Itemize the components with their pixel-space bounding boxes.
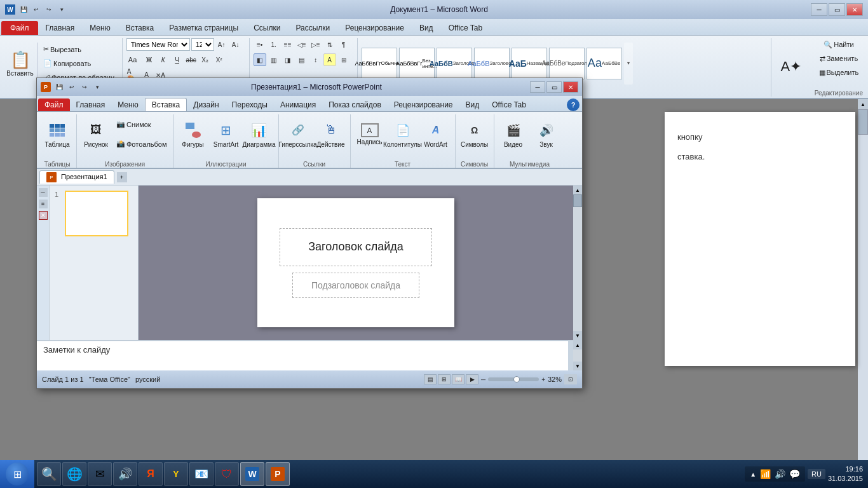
- restore-button[interactable]: ▭: [829, 3, 845, 16]
- word-vertical-scrollbar[interactable]: ▲ ▼: [858, 99, 868, 473]
- style-h2[interactable]: АаБбВЗаголово...: [474, 48, 510, 79]
- align-center-btn[interactable]: ▥: [268, 53, 280, 66]
- notes-scroll-up[interactable]: ▲: [573, 341, 582, 349]
- increase-font-btn[interactable]: A↑: [215, 38, 228, 51]
- word-tab-view[interactable]: Вид: [412, 21, 441, 35]
- cut-button[interactable]: ✂Вырезать: [41, 43, 117, 56]
- styles-scroll-btn[interactable]: ▾: [624, 43, 633, 85]
- close-button[interactable]: ✕: [846, 3, 863, 16]
- ppt-help-btn[interactable]: ?: [567, 98, 580, 111]
- ppt-table-btn[interactable]: Таблица: [42, 114, 72, 154]
- ppt-redo-btn[interactable]: ↪: [79, 81, 90, 93]
- ppt-zoom-plus-btn[interactable]: +: [541, 376, 545, 383]
- slide-thumbnail-1[interactable]: [65, 191, 128, 236]
- ppt-main-scrollbar[interactable]: ▲ ▼: [573, 186, 582, 340]
- scroll-up-btn[interactable]: ▲: [858, 99, 868, 109]
- ppt-tab-animation[interactable]: Анимация: [274, 98, 322, 111]
- ppt-zoom-slider[interactable]: [488, 377, 539, 381]
- ppt-notes-text[interactable]: Заметки к слайду: [37, 341, 568, 372]
- subscript-btn[interactable]: X₂: [199, 53, 212, 66]
- save-quick-btn[interactable]: 💾: [18, 4, 29, 15]
- chart-btn[interactable]: 📊 Диаграмма: [244, 114, 275, 154]
- select-btn[interactable]: ▦ Выделить: [817, 66, 862, 79]
- tray-notification-icon[interactable]: 💬: [789, 469, 800, 479]
- ppt-undo-btn[interactable]: ↩: [66, 81, 78, 93]
- style-normal[interactable]: АаБбВвГгОбычный: [362, 48, 397, 79]
- minimize-panel-btn[interactable]: ─: [39, 188, 48, 197]
- style-subtitle[interactable]: АаБбВеПодзагол...: [549, 48, 585, 79]
- word-tab-insert[interactable]: Вставка: [118, 21, 162, 35]
- notes-scroll-down[interactable]: ▼: [573, 362, 582, 370]
- justify-btn[interactable]: ▤: [295, 53, 308, 66]
- bold-btn[interactable]: Ж: [143, 53, 156, 66]
- ppt-tab-item-1[interactable]: P Презентация1: [39, 170, 114, 184]
- align-right-btn[interactable]: ◨: [281, 53, 294, 66]
- ppt-close-btn[interactable]: ✕: [563, 81, 578, 93]
- textbox-btn[interactable]: A Надпись: [355, 114, 385, 154]
- decrease-indent-btn[interactable]: ◁≡: [295, 38, 308, 51]
- screenshot-btn[interactable]: 📷 Снимок: [114, 118, 170, 131]
- find-btn[interactable]: 🔍 Найти: [821, 38, 856, 51]
- tray-sound-icon[interactable]: 🔊: [775, 469, 785, 479]
- ppt-zoom-minus-btn[interactable]: ─: [481, 376, 485, 383]
- ppt-add-tab-btn[interactable]: +: [117, 172, 127, 182]
- ppt-tab-design[interactable]: Дизайн: [187, 98, 225, 111]
- underline-btn[interactable]: Ч: [171, 53, 184, 66]
- word-tab-layout[interactable]: Разметка страницы: [161, 21, 246, 35]
- taskbar-media[interactable]: 🔊: [113, 462, 137, 486]
- word-tab-review[interactable]: Рецензирование: [337, 21, 412, 35]
- ppt-picture-btn[interactable]: 🖼 Рисунок: [81, 114, 111, 154]
- ppt-scroll-down-btn[interactable]: ▼: [573, 331, 582, 340]
- system-clock[interactable]: 19:16 31.03.2015: [828, 464, 863, 484]
- ppt-fit-slide-btn[interactable]: ⊡: [564, 374, 577, 384]
- ppt-tab-officetab[interactable]: Office Tab: [485, 98, 532, 111]
- ppt-file-tab[interactable]: Файл: [38, 98, 70, 111]
- change-styles-btn[interactable]: A✦: [775, 46, 807, 88]
- ppt-tab-menu[interactable]: Меню: [111, 98, 144, 111]
- bullets-btn[interactable]: ≡•: [254, 38, 266, 51]
- notes-v-scrollbar[interactable]: ▲ ▼: [573, 341, 582, 370]
- customize-quick-btn[interactable]: ▾: [56, 4, 67, 15]
- ppt-view-normal-btn[interactable]: ▤: [424, 374, 437, 384]
- taskbar-yandex-browser[interactable]: Y: [164, 462, 188, 486]
- ppt-view-reading-btn[interactable]: 📖: [452, 374, 465, 384]
- action-btn[interactable]: 🖱 Действие: [316, 114, 346, 154]
- ppt-tab-view[interactable]: Вид: [459, 98, 486, 111]
- taskbar-mail[interactable]: ✉: [88, 462, 112, 486]
- ppt-view-slide-sorter-btn[interactable]: ⊞: [438, 374, 451, 384]
- ppt-save-btn[interactable]: 💾: [53, 81, 65, 93]
- language-indicator[interactable]: RU: [808, 469, 825, 479]
- wordart-btn[interactable]: A WordArt: [421, 114, 451, 154]
- header-footer-btn[interactable]: 📄 Колонтитулы: [388, 114, 418, 154]
- show-marks-btn[interactable]: ¶: [337, 38, 350, 51]
- start-button[interactable]: ⊞: [0, 460, 34, 488]
- hyperlink-btn[interactable]: 🔗 Гиперссылка: [283, 114, 313, 154]
- taskbar-mail2[interactable]: 📧: [189, 462, 214, 486]
- ppt-tab-review[interactable]: Рецензирование: [388, 98, 459, 111]
- borders-btn[interactable]: ⊞: [337, 53, 350, 66]
- style-h1[interactable]: АаБбВЗаголово...: [437, 48, 472, 79]
- paste-button[interactable]: 📋 Вставить: [5, 43, 38, 85]
- sort-btn[interactable]: ⇅: [323, 38, 336, 51]
- multilevel-list-btn[interactable]: ≡≡: [281, 38, 294, 51]
- ppt-tab-transitions[interactable]: Переходы: [226, 98, 274, 111]
- taskbar-yandex[interactable]: Я: [139, 462, 163, 486]
- align-left-btn[interactable]: ◧: [254, 53, 266, 66]
- shapes-btn[interactable]: Фигуры: [178, 114, 208, 154]
- decrease-font-btn[interactable]: A↓: [229, 38, 242, 51]
- shading-btn[interactable]: A: [323, 53, 336, 66]
- ppt-minimize-btn[interactable]: ─: [530, 81, 545, 93]
- audio-btn[interactable]: 🔊 Звук: [531, 114, 562, 154]
- increase-indent-btn[interactable]: ▷≡: [309, 38, 322, 51]
- video-btn[interactable]: 🎬 Видео: [498, 114, 529, 154]
- word-tab-menu[interactable]: Меню: [82, 21, 118, 35]
- ppt-restore-btn[interactable]: ▭: [546, 81, 562, 93]
- scroll-thumb[interactable]: [858, 109, 868, 135]
- taskbar-antivirus[interactable]: 🛡: [215, 462, 239, 486]
- redo-quick-btn[interactable]: ↪: [43, 4, 55, 15]
- numbering-btn[interactable]: 1.: [268, 38, 280, 51]
- font-format-btn[interactable]: Аа: [126, 53, 139, 66]
- minimize-button[interactable]: ─: [811, 3, 827, 16]
- font-name-select[interactable]: Times New Roman: [126, 38, 190, 51]
- undo-quick-btn[interactable]: ↩: [31, 4, 42, 15]
